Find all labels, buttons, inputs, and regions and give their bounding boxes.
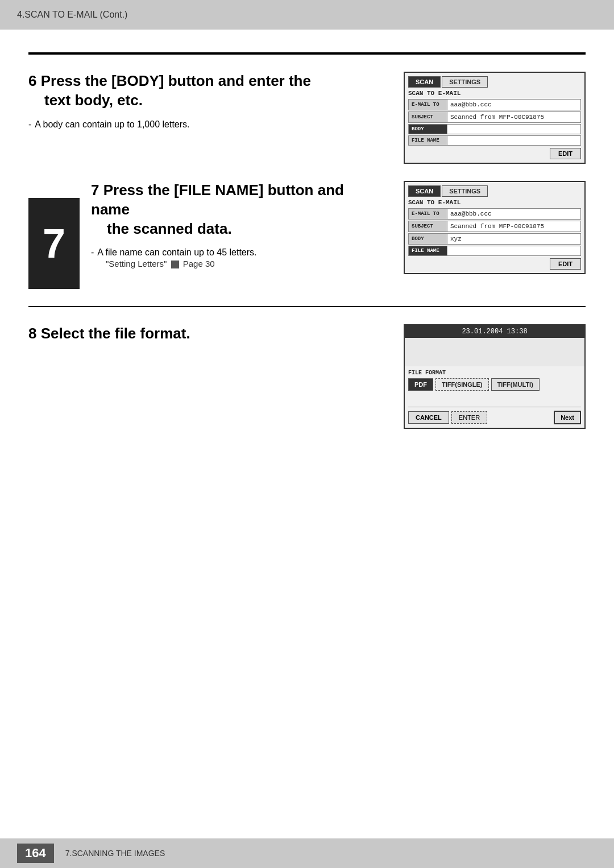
- step8-format-btn-row: PDF TIFF(SINGLE) TIFF(MULTI): [408, 378, 581, 391]
- step6-email-row: E-MAIL TO aaa@bbb.ccc: [408, 99, 581, 110]
- step7-filename-row: FILE NAME: [408, 246, 581, 256]
- step7-heading-line2: the scanned data.: [107, 220, 232, 237]
- step7-subject-row: SUBJECT Scanned from MFP-00C91875: [408, 221, 581, 232]
- step6-filename-label: FILE NAME: [409, 136, 447, 145]
- step7-bullet2-ref: Page 30: [183, 259, 215, 268]
- step7-email-row: E-MAIL TO aaa@bbb.ccc: [408, 208, 581, 220]
- step7-tab-scan[interactable]: SCAN: [408, 185, 441, 197]
- step7-inner: 7 Press the [FILE NAME] button and name …: [91, 181, 586, 274]
- step7-heading: 7 Press the [FILE NAME] button and name …: [91, 181, 387, 238]
- step7-tab-row: SCAN SETTINGS: [408, 185, 581, 197]
- step8-ff-body: FILE FORMAT PDF TIFF(SINGLE) TIFF(MULTI)…: [405, 366, 584, 428]
- step6-filename-row: FILE NAME: [408, 135, 581, 146]
- step7-subject-label: SUBJECT: [409, 221, 447, 232]
- step8-section: 8 Select the file format. 23.01.2004 13:…: [28, 324, 586, 429]
- step6-email-label: E-MAIL TO: [409, 100, 447, 110]
- step6-left: 6 Press the [BODY] button and enter the …: [28, 72, 387, 164]
- step7-left: 7 Press the [FILE NAME] button and name …: [91, 181, 387, 274]
- step6-bullet1: A body can contain up to 1,000 letters.: [35, 119, 189, 130]
- header-bar: 4.SCAN TO E-MAIL (Cont.): [0, 0, 614, 30]
- step7-bullet1-line: - A file name can contain up to 45 lette…: [91, 247, 387, 258]
- step7-panel-title: SCAN TO E-MAIL: [408, 199, 581, 206]
- step7-tab-settings[interactable]: SETTINGS: [442, 185, 488, 197]
- step8-enter-btn[interactable]: ENTER: [451, 411, 487, 424]
- step7-subject-value: Scanned from MFP-00C91875: [447, 221, 580, 232]
- header-text: 4.SCAN TO E-MAIL (Cont.): [17, 10, 127, 20]
- step8-date-bar: 23.01.2004 13:38: [405, 325, 584, 338]
- step7-number: 7: [91, 181, 99, 199]
- step6-heading: 6 Press the [BODY] button and enter the …: [28, 72, 387, 110]
- step6-dash: -: [28, 119, 31, 130]
- step7-panel: SCAN SETTINGS SCAN TO E-MAIL E-MAIL TO a…: [404, 181, 586, 274]
- step7-filename-value: [447, 246, 580, 255]
- book-icon: [171, 261, 179, 268]
- step8-tiff-single-btn[interactable]: TIFF(SINGLE): [435, 378, 489, 391]
- step7-body-value: xyz: [447, 234, 580, 244]
- step6-subject-label: SUBJECT: [409, 112, 447, 122]
- step6-body-label: BODY: [409, 125, 447, 134]
- step8-tiff-multi-btn[interactable]: TIFF(MULTI): [491, 378, 540, 391]
- step7-bullet2-line: "Setting Letters" Page 30: [106, 258, 387, 271]
- step7-body-label: BODY: [409, 234, 447, 244]
- step8-cancel-btn[interactable]: CANCEL: [408, 411, 449, 424]
- step6-section: 6 Press the [BODY] button and enter the …: [28, 72, 586, 164]
- step6-number: 6: [28, 72, 36, 89]
- step6-panel: SCAN SETTINGS SCAN TO E-MAIL E-MAIL TO a…: [404, 72, 586, 164]
- step7-body-row: BODY xyz: [408, 233, 581, 245]
- step6-tab-scan[interactable]: SCAN: [408, 76, 441, 88]
- step7-edit-btn[interactable]: EDIT: [550, 258, 581, 270]
- step6-subject-value: Scanned from MFP-00C91875: [447, 112, 580, 122]
- step8-empty-area: [405, 338, 584, 366]
- step6-body-value: [447, 125, 580, 134]
- step6-edit-btn[interactable]: EDIT: [550, 148, 581, 159]
- step6-tab-settings[interactable]: SETTINGS: [442, 76, 488, 88]
- step6-heading-line1: Press the [BODY] button and enter the: [41, 72, 311, 89]
- footer-page-number: 164: [17, 844, 54, 863]
- top-rule: [28, 52, 586, 55]
- step6-email-value: aaa@bbb.ccc: [447, 100, 580, 110]
- section-divider: [28, 306, 586, 307]
- step7-side-number: 7: [28, 198, 80, 289]
- step8-ff-panel: 23.01.2004 13:38 FILE FORMAT PDF TIFF(SI…: [404, 324, 586, 429]
- step6-body-row: BODY: [408, 124, 581, 134]
- step7-edit-row: EDIT: [408, 258, 581, 270]
- step7-section: 7 7 Press the [FILE NAME] button and nam…: [28, 181, 586, 289]
- main-content: 6 Press the [BODY] button and enter the …: [0, 72, 614, 429]
- step7-bullet1: A file name can contain up to 45 letters…: [97, 247, 256, 258]
- step8-spacer: [408, 395, 581, 407]
- step6-bullet1-line: - A body can contain up to 1,000 letters…: [28, 119, 387, 130]
- step8-format-label: FILE FORMAT: [408, 370, 581, 376]
- step8-panel: 23.01.2004 13:38 FILE FORMAT PDF TIFF(SI…: [404, 324, 586, 429]
- step6-panel-inner: SCAN SETTINGS SCAN TO E-MAIL E-MAIL TO a…: [405, 73, 584, 163]
- step7-heading-line1: Press the [FILE NAME] button and name: [91, 181, 344, 218]
- footer-section-text: 7.SCANNING THE IMAGES: [65, 849, 165, 858]
- step7-email-label: E-MAIL TO: [409, 209, 447, 219]
- step7-ui-panel: SCAN SETTINGS SCAN TO E-MAIL E-MAIL TO a…: [404, 181, 586, 274]
- step8-bottom-row: CANCEL ENTER Next: [408, 407, 581, 424]
- step8-heading: 8 Select the file format.: [28, 324, 387, 344]
- step7-panel-inner: SCAN SETTINGS SCAN TO E-MAIL E-MAIL TO a…: [405, 182, 584, 273]
- step7-dash: -: [91, 247, 94, 258]
- step8-heading-text: Select the file format.: [41, 325, 190, 342]
- step6-edit-row: EDIT: [408, 148, 581, 159]
- step6-subject-row: SUBJECT Scanned from MFP-00C91875: [408, 111, 581, 123]
- step7-filename-label: FILE NAME: [409, 246, 447, 255]
- step6-tab-row: SCAN SETTINGS: [408, 76, 581, 88]
- step7-email-value: aaa@bbb.ccc: [447, 209, 580, 219]
- step6-heading-line2: text body, etc.: [44, 92, 143, 109]
- step8-next-btn[interactable]: Next: [554, 411, 581, 424]
- footer-bar: 164 7.SCANNING THE IMAGES: [0, 838, 614, 868]
- step6-panel-title: SCAN TO E-MAIL: [408, 90, 581, 97]
- step8-number: 8: [28, 325, 36, 342]
- step7-bullet2: "Setting Letters": [106, 259, 167, 268]
- step6-ui-panel: SCAN SETTINGS SCAN TO E-MAIL E-MAIL TO a…: [404, 72, 586, 164]
- step8-left: 8 Select the file format.: [28, 324, 387, 429]
- step8-pdf-btn[interactable]: PDF: [408, 378, 433, 391]
- step6-filename-value: [447, 136, 580, 145]
